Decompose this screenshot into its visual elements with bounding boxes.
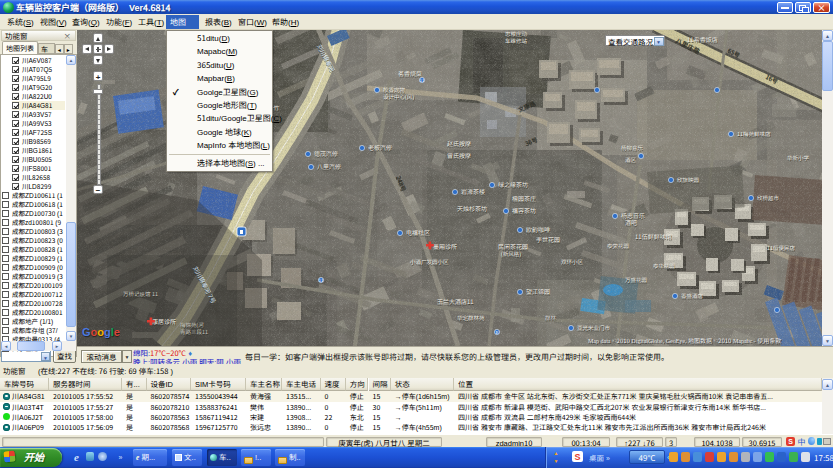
svg-text:双环小区: 双环小区 (561, 258, 584, 266)
svg-text:小酒厂发园小区: 小酒厂发园小区 (410, 258, 449, 266)
svg-text:欣桥超市: 欣桥超市 (757, 194, 780, 202)
svg-text:亚光米业门市: 亚光米业门市 (577, 324, 611, 332)
svg-text:车维修站: 车维修站 (505, 37, 528, 45)
svg-text:茗香烧菜: 茗香烧菜 (398, 69, 422, 78)
svg-text:泰荣花园: 泰荣花园 (607, 242, 630, 250)
svg-text:(新风格): (新风格) (501, 250, 521, 258)
svg-text:天烛杉茶坊: 天烛杉茶坊 (457, 204, 487, 213)
svg-text:11恒便民店: 11恒便民店 (767, 244, 796, 252)
svg-text:酒吧: 酒吧 (625, 218, 637, 227)
svg-text:Map data ©2010 DigitalGlobe, G: Map data ©2010 DigitalGlobe, GeoEye, 地图数… (588, 336, 781, 345)
svg-text:11希香饭店: 11希香饭店 (687, 35, 718, 44)
svg-text:设计中心(风): 设计中心(风) (383, 93, 414, 101)
svg-text:欣旗映园: 欣旗映园 (677, 176, 700, 184)
svg-text:B: B (495, 329, 498, 335)
svg-text:11梅苑鲜味店: 11梅苑鲜味店 (737, 130, 771, 138)
svg-text:电福社区: 电福社区 (406, 228, 430, 237)
svg-text:绿之缘茶坊: 绿之缘茶坊 (498, 180, 528, 189)
svg-text:墨厢诊所: 墨厢诊所 (433, 242, 457, 251)
svg-text:德茂汽修: 德茂汽修 (314, 149, 338, 158)
svg-text:万桥记娱馆 11: 万桥记娱馆 11 (123, 290, 158, 298)
svg-text:11伍鲜鲜味馆: 11伍鲜鲜味馆 (635, 232, 672, 241)
svg-text:望江锦园: 望江锦园 (526, 287, 550, 296)
svg-text:康居诊所: 康居诊所 (152, 317, 176, 326)
svg-text:福容茶坊: 福容茶坊 (512, 206, 536, 215)
svg-text:酒区: 酒区 (625, 156, 637, 164)
svg-text:11: 11 (420, 77, 425, 83)
svg-text:老板汽修: 老板汽修 (368, 143, 392, 152)
svg-text:八里汽修: 八里汽修 (317, 162, 341, 171)
svg-text:玉兰大酒店11: 玉兰大酒店11 (437, 297, 474, 306)
svg-text:11: 11 (319, 277, 324, 283)
svg-text:赵氏按摩: 赵氏按摩 (447, 139, 471, 148)
svg-text:群林: 群林 (545, 314, 557, 322)
svg-text:李世花园: 李世花园 (536, 235, 560, 244)
svg-text:曾氏按摩: 曾氏按摩 (447, 151, 471, 160)
svg-text:欧韵咖啡: 欧韵咖啡 (526, 225, 550, 234)
svg-text:青路三段11: 青路三段11 (180, 328, 208, 336)
svg-text:华宅群林苑: 华宅群林苑 (457, 314, 485, 322)
svg-text:杨柳音乐: 杨柳音乐 (621, 144, 644, 152)
svg-text:楹园茶庄: 楹园茶庄 (512, 194, 536, 203)
svg-text:万盛花园: 万盛花园 (625, 276, 648, 284)
svg-text:香盛酒店: 香盛酒店 (681, 292, 704, 300)
svg-text:华新小学: 华新小学 (787, 154, 810, 162)
svg-text:岩濠茶楼: 岩濠茶楼 (461, 187, 485, 196)
svg-text:泰华花园: 泰华花园 (653, 262, 676, 270)
